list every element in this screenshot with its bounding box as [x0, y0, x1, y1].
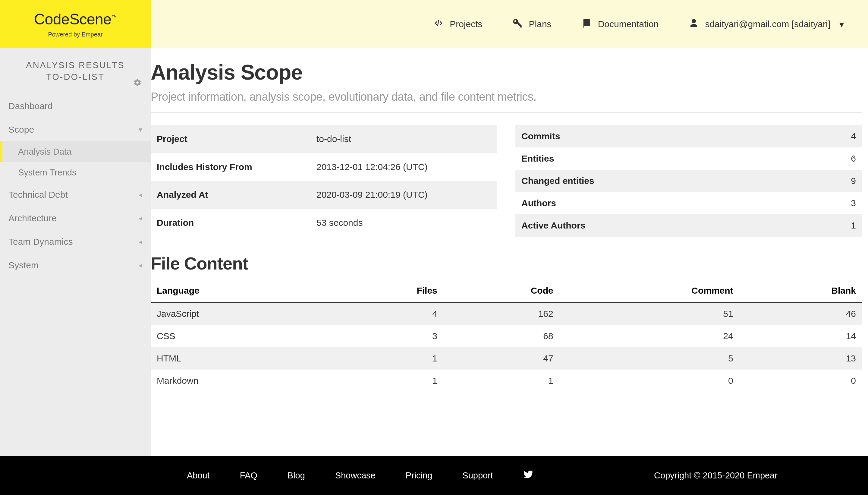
cell-language: Markdown	[151, 370, 334, 392]
info-label: Includes History From	[151, 153, 310, 181]
key-icon	[513, 18, 523, 31]
table-row: Duration53 seconds	[151, 209, 497, 237]
file-content-table: Language Files Code Comment Blank JavaSc…	[151, 279, 862, 392]
nav-projects[interactable]: Projects	[433, 18, 482, 31]
nav-documentation-label: Documentation	[598, 19, 659, 29]
cell-code: 47	[443, 347, 559, 370]
sidebar-item-label: System	[8, 260, 39, 270]
nav-user-menu[interactable]: sdaityari@gmail.com [sdaityari] ▾	[689, 18, 844, 31]
logo-block[interactable]: CodeScene™ Powered by Empear	[0, 0, 151, 48]
info-value: 53 seconds	[310, 209, 497, 237]
col-code[interactable]: Code	[443, 279, 559, 302]
table-row: HTML 1 47 5 13	[151, 347, 862, 370]
table-row: Active Authors1	[515, 214, 862, 237]
nav-user-label: sdaityari@gmail.com [sdaityari]	[705, 19, 830, 29]
divider	[151, 113, 862, 113]
gear-icon[interactable]	[133, 79, 142, 88]
info-label: Changed entities	[515, 170, 675, 192]
caret-down-icon: ▾	[839, 19, 844, 30]
sidebar-item-team-dynamics[interactable]: Team Dynamics ◂	[0, 230, 151, 254]
cell-language: JavaScript	[151, 302, 334, 325]
cell-code: 162	[443, 302, 559, 325]
info-value: 2013-12-01 12:04:26 (UTC)	[310, 153, 497, 181]
sidebar-item-architecture[interactable]: Architecture ◂	[0, 206, 151, 230]
cell-blank: 13	[739, 347, 862, 370]
cell-blank: 46	[739, 302, 862, 325]
footer-about[interactable]: About	[187, 471, 210, 480]
code-icon	[433, 18, 444, 31]
stats-table: Commits4 Entities6 Changed entities9 Aut…	[515, 125, 862, 237]
col-comment[interactable]: Comment	[559, 279, 739, 302]
col-blank[interactable]: Blank	[739, 279, 862, 302]
sidebar-item-dashboard[interactable]: Dashboard	[0, 95, 151, 118]
twitter-icon[interactable]	[523, 470, 534, 482]
cell-files: 1	[334, 347, 443, 370]
page-title: Analysis Scope	[151, 60, 862, 84]
info-label: Entities	[515, 148, 675, 170]
footer-showcase[interactable]: Showcase	[335, 471, 376, 480]
nav-plans[interactable]: Plans	[513, 18, 552, 31]
cell-comment: 51	[559, 302, 739, 325]
cell-files: 4	[334, 302, 443, 325]
cell-code: 68	[443, 325, 559, 347]
info-value: 1	[675, 214, 862, 237]
sidebar-item-label: Team Dynamics	[8, 237, 73, 247]
caret-left-icon: ◂	[139, 238, 142, 246]
info-label: Project	[151, 125, 310, 153]
sidebar-subitem-analysis-data[interactable]: Analysis Data	[0, 141, 151, 162]
info-label: Commits	[515, 125, 675, 148]
sidebar-item-system[interactable]: System ◂	[0, 254, 151, 277]
caret-left-icon: ◂	[139, 261, 142, 270]
nav-projects-label: Projects	[450, 19, 482, 29]
project-info-table: Projectto-do-list Includes History From2…	[151, 125, 497, 237]
cell-blank: 0	[739, 370, 862, 392]
info-value: 3	[675, 192, 862, 214]
table-row: JavaScript 4 162 51 46	[151, 302, 862, 325]
table-row: Commits4	[515, 125, 862, 148]
cell-files: 1	[334, 370, 443, 392]
book-icon	[582, 18, 592, 31]
cell-comment: 24	[559, 325, 739, 347]
cell-code: 1	[443, 370, 559, 392]
table-row: Projectto-do-list	[151, 125, 497, 153]
col-files[interactable]: Files	[334, 279, 443, 302]
footer-faq[interactable]: FAQ	[240, 471, 257, 480]
sidebar-subitem-label: Analysis Data	[18, 147, 71, 156]
info-value: 2020-03-09 21:00:19 (UTC)	[310, 181, 497, 209]
cell-language: HTML	[151, 347, 334, 370]
footer-blog[interactable]: Blog	[288, 471, 305, 480]
sidebar-title-line2: TO-DO-LIST	[6, 72, 145, 82]
info-label: Authors	[515, 192, 675, 214]
sidebar-item-label: Scope	[8, 124, 34, 135]
caret-down-icon: ▾	[139, 125, 142, 134]
sidebar-item-label: Architecture	[8, 213, 57, 223]
table-row: CSS 3 68 24 14	[151, 325, 862, 347]
footer-copyright: Copyright © 2015-2020 Empear	[654, 471, 778, 480]
footer-support[interactable]: Support	[462, 471, 493, 480]
sidebar-item-technical-debt[interactable]: Technical Debt ◂	[0, 183, 151, 206]
cell-blank: 14	[739, 325, 862, 347]
sidebar: ANALYSIS RESULTS TO-DO-LIST Dashboard Sc…	[0, 48, 151, 456]
table-row: Authors3	[515, 192, 862, 214]
cell-comment: 5	[559, 347, 739, 370]
cell-language: CSS	[151, 325, 334, 347]
user-icon	[689, 18, 699, 31]
info-value: to-do-list	[310, 125, 497, 153]
nav-plans-label: Plans	[529, 19, 552, 29]
info-value: 6	[675, 148, 862, 170]
table-row: Markdown 1 1 0 0	[151, 370, 862, 392]
cell-files: 3	[334, 325, 443, 347]
logo-title: CodeScene	[34, 11, 111, 28]
logo-subtitle: Powered by Empear	[48, 31, 103, 38]
sidebar-subitem-label: System Trends	[18, 168, 76, 177]
info-label: Duration	[151, 209, 310, 237]
table-row: Changed entities9	[515, 170, 862, 192]
page-subtitle: Project information, analysis scope, evo…	[151, 90, 862, 103]
sidebar-subitem-system-trends[interactable]: System Trends	[0, 162, 151, 183]
nav-documentation[interactable]: Documentation	[582, 18, 659, 31]
footer: About FAQ Blog Showcase Pricing Support …	[0, 456, 868, 495]
col-language[interactable]: Language	[151, 279, 334, 302]
footer-pricing[interactable]: Pricing	[406, 471, 433, 480]
sidebar-title-line1: ANALYSIS RESULTS	[6, 60, 145, 70]
sidebar-item-scope[interactable]: Scope ▾	[0, 118, 151, 141]
